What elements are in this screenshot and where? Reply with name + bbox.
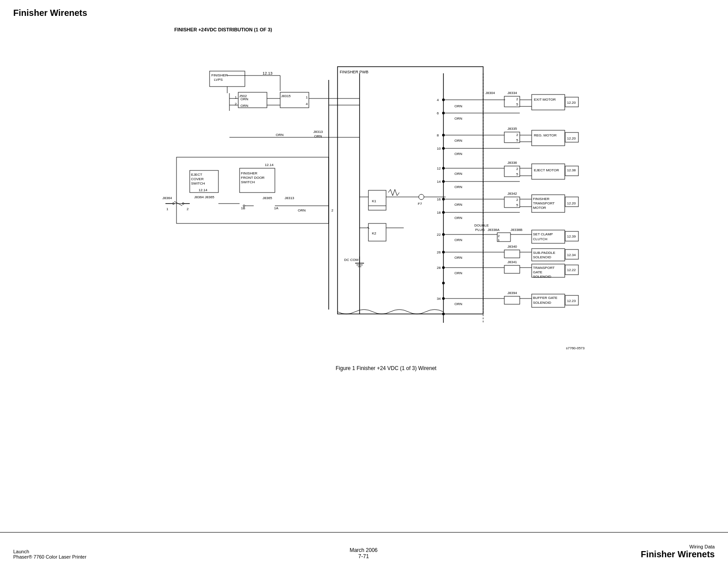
diagram-container: FINISHER +24VDC DISTRIBUTION (1 OF 3) te…: [121, 23, 651, 358]
svg-text:J8334: J8334: [507, 91, 517, 95]
svg-text:DC COM: DC COM: [344, 258, 359, 262]
svg-text:ORN: ORN: [276, 133, 284, 137]
svg-text:J8338B: J8338B: [510, 228, 522, 232]
svg-text:J8364: J8364: [162, 196, 172, 200]
svg-text:K2: K2: [372, 231, 376, 235]
svg-text:ORN: ORN: [454, 302, 462, 306]
svg-text:ORN: ORN: [454, 139, 462, 143]
svg-text:J8341: J8341: [507, 260, 517, 264]
svg-text:ORN: ORN: [240, 97, 248, 101]
svg-text:ORN: ORN: [454, 104, 462, 108]
svg-text:SWITCH: SWITCH: [241, 180, 255, 184]
svg-text:12.20: 12.20: [567, 201, 576, 205]
svg-text:ORN: ORN: [298, 208, 306, 212]
svg-rect-33: [368, 190, 386, 210]
svg-text:FINISHER: FINISHER: [211, 73, 228, 77]
svg-text:TRANSPORT: TRANSPORT: [533, 201, 555, 205]
footer-section-label: Wiring Data: [641, 544, 715, 549]
svg-text:1: 1: [235, 95, 237, 99]
figure-caption: Figure 1 Finisher +24 VDC (1 of 3) Wiren…: [121, 365, 651, 371]
svg-text:2: 2: [516, 198, 518, 202]
svg-text:SUB-PADDLE: SUB-PADDLE: [533, 251, 555, 255]
svg-text:ORN: ORN: [454, 185, 462, 189]
svg-text:2: 2: [516, 167, 518, 171]
svg-text:4: 4: [437, 98, 439, 102]
svg-text:EJECT: EJECT: [191, 173, 202, 177]
svg-text:12.38: 12.38: [567, 168, 576, 172]
footer-printer-label: Phaser® 7760 Color Laser Printer: [13, 554, 86, 559]
svg-rect-189: [504, 296, 520, 304]
svg-text:12.22: 12.22: [567, 268, 576, 272]
svg-text:FINISHER PWB: FINISHER PWB: [340, 70, 368, 74]
svg-text:22: 22: [437, 233, 441, 237]
svg-text:ORN: ORN: [454, 256, 462, 260]
svg-text:J8313: J8313: [313, 130, 323, 134]
svg-text:CLUTCH: CLUTCH: [533, 237, 548, 241]
svg-text:SOLENOID: SOLENOID: [533, 301, 552, 305]
svg-text:EJECT MOTOR: EJECT MOTOR: [534, 168, 559, 172]
footer: Launch Phaser® 7760 Color Laser Printer …: [0, 532, 728, 563]
svg-rect-113: [532, 94, 565, 110]
svg-text:2: 2: [498, 234, 500, 238]
svg-text:MOTOR: MOTOR: [533, 206, 546, 210]
svg-text:J8304: J8304: [485, 91, 495, 95]
svg-text:10: 10: [437, 147, 441, 151]
svg-text:GATE: GATE: [533, 270, 542, 274]
svg-text:SOLENOID: SOLENOID: [533, 255, 552, 259]
svg-text:DOUBLE: DOUBLE: [474, 223, 489, 227]
svg-text:1: 1: [166, 207, 169, 211]
svg-text:J8313: J8313: [285, 196, 294, 200]
svg-text:2: 2: [331, 208, 334, 212]
svg-text:2: 2: [516, 133, 518, 137]
svg-text:FRONT DOOR: FRONT DOOR: [241, 176, 265, 180]
svg-text:PLUG: PLUG: [475, 228, 485, 232]
svg-text:12.20: 12.20: [567, 136, 576, 140]
svg-text:J8365: J8365: [263, 196, 272, 200]
svg-text:12.13: 12.13: [263, 71, 273, 76]
svg-text:12.14: 12.14: [265, 163, 274, 167]
svg-text:J8342: J8342: [507, 192, 517, 196]
svg-text:TRANSPORT: TRANSPORT: [533, 266, 555, 270]
svg-text:4: 4: [306, 102, 308, 106]
footer-date-label: March 2006: [349, 547, 377, 553]
svg-text:2: 2: [516, 97, 518, 101]
svg-text:14: 14: [437, 180, 441, 184]
svg-text:12.14: 12.14: [199, 188, 208, 192]
svg-text:ORN: ORN: [240, 104, 248, 108]
svg-text:1: 1: [498, 238, 500, 242]
svg-text:J8335: J8335: [507, 127, 517, 131]
footer-section-title: Finisher Wirenets: [641, 549, 715, 559]
svg-text:SWITCH: SWITCH: [191, 181, 205, 185]
svg-text:ORN: ORN: [454, 238, 462, 242]
svg-text:SOLENOID: SOLENOID: [533, 275, 552, 279]
svg-text:J8315: J8315: [281, 94, 291, 98]
svg-text:EXIT MOTOR: EXIT MOTOR: [534, 98, 556, 102]
svg-text:12.39: 12.39: [567, 234, 576, 238]
svg-text:BUFFER GATE: BUFFER GATE: [533, 296, 557, 300]
svg-rect-125: [532, 130, 565, 146]
svg-text:ORN: ORN: [454, 271, 462, 275]
svg-text:K1: K1: [372, 199, 376, 203]
svg-text:5: 5: [516, 138, 518, 142]
svg-text:1A: 1A: [274, 206, 278, 210]
svg-text:LVPS: LVPS: [214, 78, 223, 82]
svg-text:5: 5: [516, 203, 518, 207]
svg-text:J8340: J8340: [507, 245, 517, 249]
svg-rect-170: [504, 250, 520, 258]
svg-text:16: 16: [437, 197, 441, 201]
svg-text:ORN: ORN: [454, 117, 462, 121]
svg-text:ORN: ORN: [454, 172, 462, 176]
svg-point-64: [442, 282, 445, 284]
svg-text:FINISHER: FINISHER: [533, 197, 550, 201]
svg-rect-179: [504, 265, 520, 273]
svg-text:s7760-0573: s7760-0573: [566, 346, 585, 350]
footer-page-label: 7-71: [349, 553, 377, 559]
svg-text:6: 6: [437, 111, 439, 115]
page-title: Finisher Wirenets: [0, 0, 728, 18]
svg-text:SET CLAMP: SET CLAMP: [533, 232, 553, 236]
svg-text:8: 8: [437, 133, 439, 137]
svg-text:ORN: ORN: [454, 203, 462, 207]
svg-text:34: 34: [437, 297, 441, 301]
svg-text:J8336: J8336: [507, 161, 517, 165]
svg-text:2: 2: [235, 102, 237, 106]
